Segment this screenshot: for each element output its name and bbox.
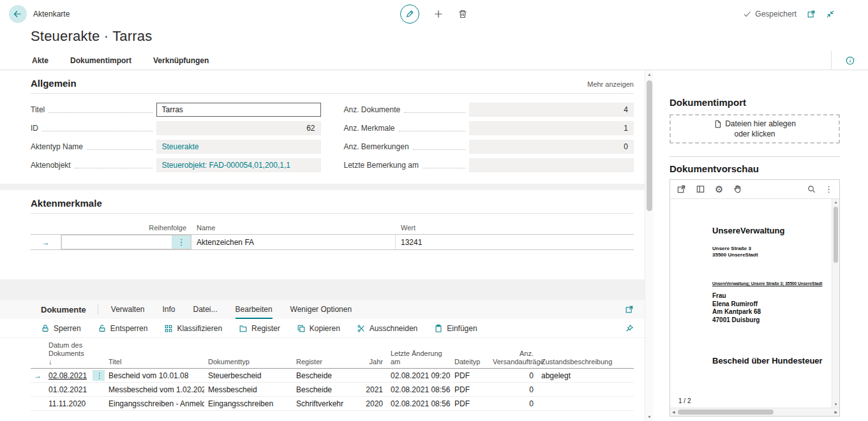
tab-dokumentimport[interactable]: Dokumentimport <box>70 56 131 65</box>
cell-titel[interactable]: Eingangsschreiben - Anmeldung <box>105 399 204 408</box>
col-zustandsbeschreibung[interactable]: Zustandsbeschreibung <box>537 358 634 366</box>
register-button[interactable]: Register <box>239 324 280 333</box>
scroll-down-icon[interactable]: ▼ <box>645 415 654 419</box>
menu-bearbeiten[interactable]: Bearbeiten <box>236 300 273 319</box>
col-datum[interactable]: Datum des Dokuments ↓ <box>45 341 87 366</box>
tab-akte[interactable]: Akte <box>32 56 49 65</box>
menu-info[interactable]: Info <box>163 300 176 319</box>
cell-row-menu: ⋮ <box>87 370 105 381</box>
cell-register[interactable]: Bescheide <box>292 385 359 394</box>
cell-dokumenttyp[interactable]: Eingangsschreiben <box>204 399 292 408</box>
col-register[interactable]: Register <box>292 358 359 366</box>
cell-aenderung[interactable]: 02.08.2021 08:56 <box>387 385 451 394</box>
scroll-down-icon[interactable]: ▼ <box>832 403 839 406</box>
pdf-horizontal-scrollbar[interactable]: ◀ ▶ <box>670 408 839 416</box>
sperren-button[interactable]: Sperren <box>41 324 81 333</box>
open-list-in-new-window-icon[interactable] <box>625 300 634 319</box>
aktenobjekt-link[interactable]: Steuerobjekt: FAD-000054,01,200,1,1 <box>162 161 290 170</box>
open-external-icon[interactable] <box>677 184 686 194</box>
cell-datum[interactable]: 11.11.2020 <box>45 399 87 408</box>
cell-register[interactable]: Schriftverkehr <box>292 399 359 408</box>
kopieren-button[interactable]: Kopieren <box>297 324 340 333</box>
cell-dateityp[interactable]: PDF <box>451 385 489 394</box>
table-row[interactable]: → 02.08.2021 ⋮ Bescheid vom 10.01.08 Ste… <box>31 369 634 383</box>
cell-dateityp[interactable]: PDF <box>451 399 489 408</box>
cell-dokumenttyp[interactable]: Steuerbescheid <box>204 371 292 380</box>
col-jahr[interactable]: Jahr <box>359 358 387 366</box>
ausschneiden-button[interactable]: Ausschneiden <box>357 324 417 333</box>
col-wert[interactable]: Wert <box>396 221 634 234</box>
settings-gear-icon[interactable]: ⚙ <box>715 184 723 194</box>
more-options-icon[interactable]: ⋮ <box>825 184 833 194</box>
new-button[interactable] <box>433 9 444 19</box>
tab-verknuepfungen[interactable]: Verknüpfungen <box>153 56 209 65</box>
table-row[interactable]: 01.02.2021 Messbescheid vom 1.02.2021 Me… <box>31 383 634 397</box>
name-cell[interactable]: Aktenzeichen FA <box>191 235 396 249</box>
menu-verwalten[interactable]: Verwalten <box>111 300 145 319</box>
cell-datum[interactable]: 02.08.2021 <box>45 371 87 380</box>
mehr-anzeigen-link[interactable]: Mehr anzeigen <box>587 80 634 88</box>
scroll-right-icon[interactable]: ▶ <box>834 410 837 414</box>
menu-weniger-optionen[interactable]: Weniger Optionen <box>290 300 352 319</box>
titel-input[interactable] <box>156 103 321 117</box>
saved-status-label: Gespeichert <box>755 10 797 18</box>
cell-datum[interactable]: 01.02.2021 <box>45 385 87 394</box>
wert-cell[interactable]: 13241 <box>396 235 634 249</box>
scroll-left-icon[interactable]: ◀ <box>672 410 675 414</box>
einfuegen-button[interactable]: Einfügen <box>434 324 477 333</box>
col-letzte-aenderung[interactable]: Letzte Änderung am <box>387 350 451 366</box>
edit-button[interactable] <box>400 4 419 24</box>
col-reihenfolge[interactable]: Reihenfolge <box>61 221 191 234</box>
cell-aenderung[interactable]: 02.08.2021 09:20 <box>387 371 451 380</box>
back-button[interactable] <box>9 5 27 23</box>
delete-button[interactable] <box>458 9 468 19</box>
col-dateityp[interactable]: Dateityp <box>451 358 489 366</box>
scrollbar-thumb[interactable] <box>647 80 652 211</box>
info-icon[interactable] <box>831 51 868 70</box>
cell-zustand[interactable]: abgelegt <box>537 371 634 380</box>
scroll-up-icon[interactable]: ▲ <box>645 72 654 77</box>
cell-dateityp[interactable]: PDF <box>451 371 489 380</box>
main-scrollbar[interactable]: ▲ ▼ <box>645 70 654 421</box>
klassifizieren-button[interactable]: Klassifizieren <box>164 324 222 333</box>
breadcrumb[interactable]: Aktenkarte <box>33 10 70 18</box>
search-icon[interactable] <box>807 184 816 194</box>
file-dropzone[interactable]: Dateien hier ablegen oder klicken <box>670 114 840 144</box>
cell-titel[interactable]: Messbescheid vom 1.02.2021 <box>105 385 204 394</box>
cell-aenderung[interactable]: 02.08.2021 08:56 <box>387 399 451 408</box>
merkmal-row[interactable]: → ⋮ Aktenzeichen FA 13241 <box>31 234 634 250</box>
cell-dokumenttyp[interactable]: Messbescheid <box>204 385 292 394</box>
aktentyp-link[interactable]: Steuerakte <box>162 142 199 151</box>
aktenmerkmale-table: Reihenfolge Name Wert → ⋮ Aktenzeichen F… <box>31 221 634 279</box>
cell-register[interactable]: Bescheide <box>292 371 359 380</box>
col-titel[interactable]: Titel <box>105 358 204 366</box>
scrollbar-thumb[interactable] <box>834 207 838 263</box>
pdf-vertical-scrollbar[interactable]: ▲ ▼ <box>832 199 839 408</box>
cell-anz[interactable]: 0 <box>489 385 537 394</box>
menu-datei[interactable]: Datei... <box>193 300 218 319</box>
scrollbar-thumb[interactable] <box>678 410 774 415</box>
cell-anz[interactable]: 0 <box>489 371 537 380</box>
file-icon <box>714 120 722 128</box>
entsperren-button[interactable]: Entsperren <box>98 324 148 333</box>
page-layout-icon[interactable] <box>696 184 705 194</box>
cell-anz[interactable]: 0 <box>489 399 537 408</box>
pin-icon[interactable] <box>625 324 634 333</box>
current-row-arrow-icon: → <box>31 235 61 249</box>
cell-jahr[interactable]: 2021 <box>359 385 387 394</box>
cell-titel[interactable]: Bescheid vom 10.01.08 <box>105 371 204 380</box>
reihenfolge-cell[interactable]: ⋮ <box>61 235 191 249</box>
scroll-up-icon[interactable]: ▲ <box>832 200 839 204</box>
row-menu-button[interactable]: ⋮ <box>93 370 105 381</box>
hand-pan-icon[interactable] <box>733 184 742 194</box>
collapse-window-icon[interactable] <box>826 10 835 18</box>
field-label: Anz. Dokumente <box>344 105 401 114</box>
col-anz-versandauftraege[interactable]: Anz. Versandaufträge <box>489 350 537 366</box>
row-menu-button[interactable]: ⋮ <box>172 235 191 249</box>
letzte-bemerkung-field: Letzte Bemerkung am <box>344 158 634 172</box>
open-in-new-window-icon[interactable] <box>807 10 816 18</box>
cell-jahr[interactable]: 2020 <box>359 399 387 408</box>
col-dokumenttyp[interactable]: Dokumenttyp <box>204 358 292 366</box>
table-row[interactable]: 11.11.2020 Eingangsschreiben - Anmeldung… <box>31 397 634 411</box>
col-name[interactable]: Name <box>191 221 396 234</box>
